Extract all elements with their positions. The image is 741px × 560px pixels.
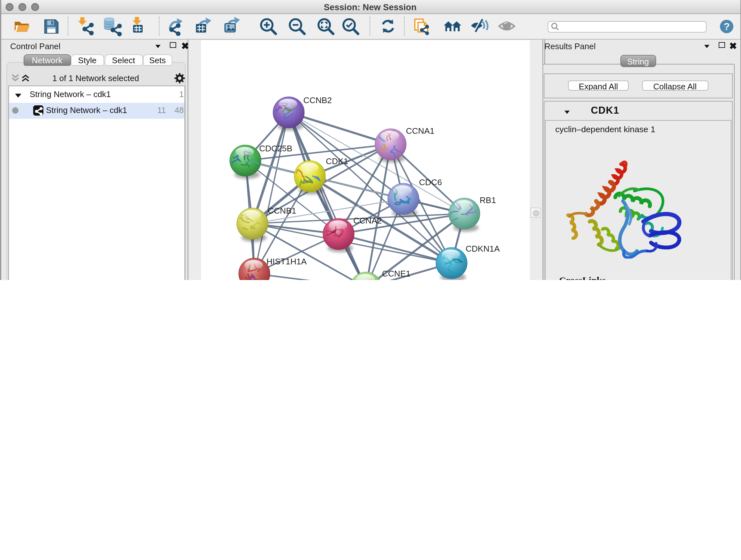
svg-text:CCNA1: CCNA1 xyxy=(406,126,434,135)
svg-text:CDK1: CDK1 xyxy=(326,156,348,166)
svg-text:CCNB1: CCNB1 xyxy=(267,206,296,215)
svg-text:CDC25B: CDC25B xyxy=(259,143,292,153)
svg-text:CCNB2: CCNB2 xyxy=(303,95,332,105)
svg-text:HIST1H1A: HIST1H1A xyxy=(266,256,307,266)
svg-text:CCNE1: CCNE1 xyxy=(382,268,410,278)
svg-text:CDC6: CDC6 xyxy=(419,177,442,187)
svg-text:CDKN1A: CDKN1A xyxy=(465,244,499,253)
svg-text:CCNA2: CCNA2 xyxy=(353,215,381,225)
svg-text:RB1: RB1 xyxy=(479,195,495,205)
